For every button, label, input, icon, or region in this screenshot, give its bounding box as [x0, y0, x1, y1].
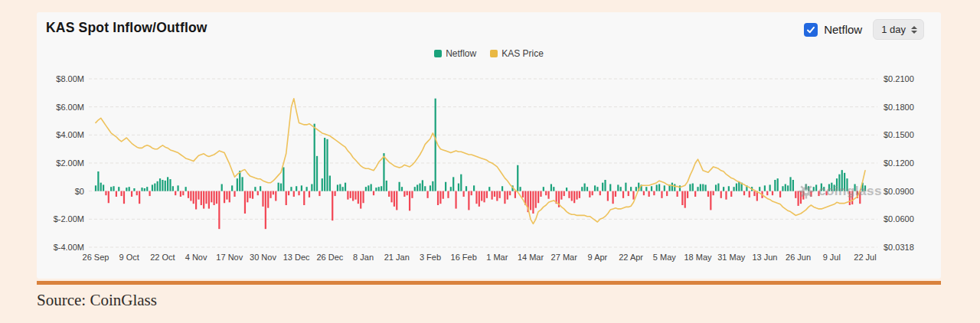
- netflow-bar[interactable]: [172, 186, 174, 191]
- netflow-bar[interactable]: [337, 184, 338, 191]
- netflow-bar[interactable]: [221, 184, 223, 191]
- netflow-bar[interactable]: [766, 191, 768, 196]
- netflow-bar[interactable]: [445, 182, 446, 191]
- netflow-bar[interactable]: [473, 185, 475, 191]
- netflow-bar[interactable]: [306, 187, 308, 191]
- netflow-bar[interactable]: [486, 191, 488, 198]
- netflow-bar[interactable]: [262, 191, 263, 207]
- netflow-bar[interactable]: [514, 191, 516, 198]
- netflow-bar[interactable]: [458, 184, 459, 191]
- netflow-bar[interactable]: [443, 191, 444, 199]
- netflow-bar[interactable]: [214, 191, 215, 205]
- netflow-bar[interactable]: [146, 187, 148, 191]
- netflow-bar[interactable]: [599, 191, 601, 196]
- netflow-bar[interactable]: [290, 187, 292, 191]
- netflow-bar[interactable]: [241, 177, 243, 191]
- netflow-bar[interactable]: [311, 184, 312, 191]
- netflow-bar[interactable]: [671, 183, 673, 191]
- netflow-bar[interactable]: [720, 191, 722, 198]
- netflow-bar[interactable]: [468, 191, 469, 210]
- netflow-bar[interactable]: [769, 184, 771, 191]
- netflow-bar[interactable]: [257, 191, 259, 196]
- netflow-bar[interactable]: [411, 191, 413, 198]
- netflow-bar[interactable]: [560, 191, 562, 200]
- netflow-bar[interactable]: [180, 191, 181, 197]
- netflow-bar[interactable]: [715, 184, 717, 191]
- netflow-bar[interactable]: [730, 191, 732, 197]
- netflow-bar[interactable]: [309, 191, 310, 197]
- netflow-bar[interactable]: [201, 191, 202, 205]
- netflow-bar[interactable]: [635, 187, 637, 191]
- netflow-bar[interactable]: [149, 191, 150, 196]
- netflow-bar[interactable]: [403, 191, 405, 197]
- netflow-bar[interactable]: [432, 181, 433, 191]
- netflow-bar[interactable]: [447, 191, 449, 198]
- netflow-bar[interactable]: [437, 191, 439, 205]
- netflow-bar[interactable]: [656, 184, 658, 191]
- netflow-bar[interactable]: [717, 184, 719, 191]
- netflow-bar[interactable]: [231, 185, 233, 191]
- netflow-bar[interactable]: [586, 187, 588, 191]
- netflow-bar[interactable]: [728, 186, 730, 191]
- netflow-bar[interactable]: [318, 191, 320, 196]
- netflow-bar[interactable]: [494, 191, 495, 197]
- netflow-bar[interactable]: [530, 191, 531, 210]
- netflow-bar[interactable]: [267, 191, 269, 208]
- netflow-bar[interactable]: [342, 187, 344, 191]
- netflow-bar[interactable]: [375, 188, 377, 191]
- netflow-bar[interactable]: [687, 191, 688, 198]
- netflow-bar[interactable]: [677, 191, 678, 197]
- netflow-bar[interactable]: [224, 191, 225, 204]
- netflow-bar[interactable]: [543, 187, 544, 191]
- netflow-bar[interactable]: [182, 191, 184, 196]
- netflow-bar[interactable]: [362, 191, 364, 204]
- netflow-bar[interactable]: [466, 186, 467, 191]
- netflow-bar[interactable]: [615, 191, 616, 197]
- netflow-bar[interactable]: [260, 186, 261, 191]
- netflow-bar[interactable]: [455, 191, 456, 209]
- netflow-bar[interactable]: [674, 184, 675, 191]
- netflow-bar[interactable]: [568, 191, 570, 198]
- netflow-bar[interactable]: [157, 181, 158, 191]
- netflow-bar[interactable]: [422, 180, 423, 191]
- netflow-bar[interactable]: [571, 191, 573, 201]
- netflow-bar[interactable]: [216, 191, 217, 204]
- netflow-bar[interactable]: [169, 179, 171, 191]
- netflow-bar[interactable]: [705, 184, 707, 191]
- netflow-bar[interactable]: [133, 188, 135, 191]
- netflow-bar[interactable]: [576, 191, 577, 200]
- netflow-bar[interactable]: [450, 187, 452, 191]
- legend-item-netflow[interactable]: Netflow: [434, 48, 476, 59]
- netflow-bar[interactable]: [345, 183, 346, 191]
- netflow-bar[interactable]: [326, 139, 328, 191]
- netflow-bar[interactable]: [430, 185, 431, 191]
- netflow-bar[interactable]: [383, 153, 384, 191]
- netflow-bar[interactable]: [488, 187, 490, 191]
- netflow-bar[interactable]: [129, 187, 130, 191]
- netflow-bar[interactable]: [386, 181, 387, 191]
- netflow-bar[interactable]: [645, 187, 647, 191]
- netflow-bar[interactable]: [105, 191, 106, 196]
- netflow-bar[interactable]: [270, 191, 271, 198]
- netflow-bar[interactable]: [165, 181, 166, 191]
- netflow-bar[interactable]: [185, 187, 187, 191]
- netflow-bar[interactable]: [373, 191, 374, 196]
- netflow-bar[interactable]: [113, 186, 114, 191]
- netflow-bar[interactable]: [519, 187, 521, 191]
- netflow-bar[interactable]: [108, 191, 109, 204]
- netflow-bar[interactable]: [566, 188, 567, 191]
- netflow-bar[interactable]: [475, 191, 477, 204]
- netflow-bar[interactable]: [689, 184, 691, 191]
- netflow-bar[interactable]: [540, 191, 541, 197]
- netflow-bar[interactable]: [394, 191, 395, 207]
- netflow-bar[interactable]: [247, 191, 248, 203]
- netflow-bar[interactable]: [97, 171, 99, 191]
- netflow-bar[interactable]: [123, 191, 125, 204]
- netflow-bar[interactable]: [463, 191, 465, 197]
- netflow-bar[interactable]: [100, 183, 102, 191]
- netflow-bar[interactable]: [545, 191, 547, 196]
- netflow-bar[interactable]: [329, 176, 331, 191]
- netflow-bar[interactable]: [609, 184, 611, 191]
- netflow-bar[interactable]: [643, 191, 645, 196]
- netflow-bar[interactable]: [666, 191, 668, 196]
